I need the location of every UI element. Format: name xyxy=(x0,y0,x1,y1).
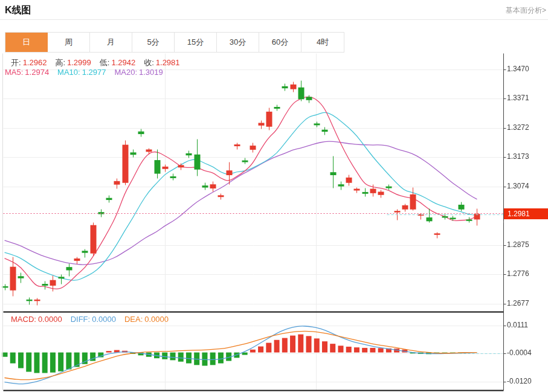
tab-60min[interactable]: 60分 xyxy=(259,33,301,52)
tab-5min[interactable]: 5分 xyxy=(132,33,175,52)
current-price-badge: 1.2981 xyxy=(504,208,548,219)
close-value: 1.2981 xyxy=(156,58,180,67)
macd-label: MACD: xyxy=(11,315,36,324)
kline-page: { "header": { "title": "K线图", "link_labe… xyxy=(0,0,548,392)
open-legend-item: 开:1.2962 xyxy=(11,58,47,67)
tab-15min[interactable]: 15分 xyxy=(175,33,217,52)
tab-4hour[interactable]: 4时 xyxy=(301,33,344,52)
ohlc-legend: 开:1.2962高:1.2999低:1.2942收:1.2981 xyxy=(11,57,189,68)
fundamental-analysis-link[interactable]: 基本面分析> xyxy=(506,5,546,16)
dea-legend-item: DEA:0.0000 xyxy=(124,315,169,324)
header-divider xyxy=(0,19,548,20)
price-axis-label: 1.2875 xyxy=(507,240,547,249)
high-value: 1.2999 xyxy=(67,58,91,67)
macd-axis-label: 0.0111 xyxy=(507,321,547,329)
period-tab-bar: 日周月5分15分30分60分4时 xyxy=(5,32,344,53)
ma5-value: 1.2974 xyxy=(25,68,49,77)
dea-value: 0.0000 xyxy=(144,315,169,324)
low-value: 1.2942 xyxy=(111,58,135,67)
diff-value: 0.0000 xyxy=(92,315,116,324)
low-label: 低: xyxy=(100,58,110,67)
diff-label: DIFF: xyxy=(71,315,91,324)
dea-label: DEA: xyxy=(124,315,143,324)
low-legend-item: 低:1.2942 xyxy=(100,58,135,67)
ma10-label: MA10: xyxy=(57,68,80,77)
page-title: K线图 xyxy=(5,4,31,17)
high-legend-item: 高:1.2999 xyxy=(55,58,91,67)
price-axis-label: 1.3074 xyxy=(507,182,547,190)
price-axis-label: 1.2677 xyxy=(507,299,547,307)
tab-month[interactable]: 月 xyxy=(90,33,132,52)
ma20-legend-item: MA20:1.3019 xyxy=(114,68,163,77)
ma-legend: MA5:1.2974MA10:1.2977MA20:1.3019 xyxy=(5,68,172,77)
close-label: 收: xyxy=(144,58,154,67)
ma20-label: MA20: xyxy=(114,68,137,77)
macd-value: 0.0000 xyxy=(38,315,62,324)
tab-week[interactable]: 周 xyxy=(48,33,90,52)
ma5-legend-item: MA5:1.2974 xyxy=(5,68,49,77)
ma10-value: 1.2977 xyxy=(82,68,106,77)
price-axis-label: 1.3272 xyxy=(507,123,547,132)
macd-legend: MACD:0.0000DIFF:0.0000DEA:0.0000 xyxy=(11,315,177,324)
open-value: 1.2962 xyxy=(23,58,47,67)
macd-axis-label: -0.0120 xyxy=(507,377,547,385)
ma10-legend-item: MA10:1.2977 xyxy=(57,68,106,77)
price-axis-label: 1.3173 xyxy=(507,152,547,161)
price-axis-label: 1.3470 xyxy=(507,65,547,73)
tab-30min[interactable]: 30分 xyxy=(217,33,259,52)
open-label: 开: xyxy=(11,58,21,67)
ma5-label: MA5: xyxy=(5,68,23,77)
macd-legend-item: MACD:0.0000 xyxy=(11,315,62,324)
close-legend-item: 收:1.2981 xyxy=(144,58,179,67)
macd-axis-label: -0.0004 xyxy=(507,349,547,357)
price-axis-label: 1.2776 xyxy=(507,269,547,278)
price-axis-label: 1.3371 xyxy=(507,94,547,102)
diff-legend-item: DIFF:0.0000 xyxy=(71,315,116,324)
tab-day[interactable]: 日 xyxy=(5,33,48,52)
ma20-value: 1.3019 xyxy=(139,68,163,77)
high-label: 高: xyxy=(55,58,65,67)
